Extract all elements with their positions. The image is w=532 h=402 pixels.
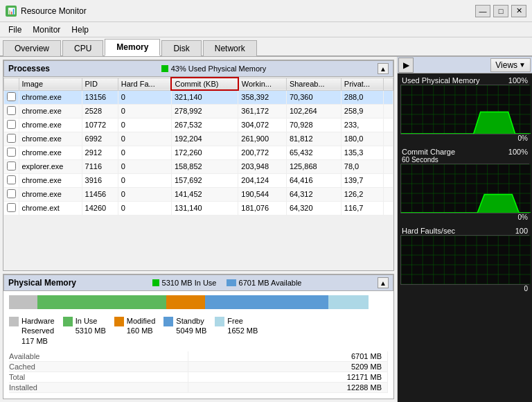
maximize-button[interactable]: □ [493, 5, 508, 17]
main-content: Processes 43% Used Physical Memory ▲ Ima… [0, 57, 532, 402]
cell-commit: 131,140 [171, 201, 238, 215]
cell-checkbox[interactable] [4, 146, 19, 159]
memory-available-label: 6701 MB Available [239, 279, 302, 287]
stat-total: Total 12171 MB [9, 372, 388, 383]
cell-image: chrome.exe [19, 104, 82, 118]
chart-used-physical-title: Used Physical Memory [402, 76, 479, 85]
cell-hardfault: 0 [118, 187, 171, 201]
bar-free [328, 295, 368, 309]
cell-shareable: 70,928 [286, 118, 341, 132]
processes-section: Processes 43% Used Physical Memory ▲ Ima… [3, 60, 394, 271]
table-row[interactable]: chrome.exe 3916 0 157,692 204,124 64,416… [4, 173, 393, 187]
memory-collapse-button[interactable]: ▲ [378, 277, 389, 288]
table-row[interactable]: chrome.exe 10772 0 267,532 304,072 70,92… [4, 118, 393, 132]
cell-hardfault: 0 [118, 104, 171, 118]
legend-label-modified: Modified160 MB [127, 316, 156, 336]
right-panel: ▶ Views ▼ Used Physical Memory 100% 0% [397, 57, 532, 402]
tab-disk[interactable]: Disk [161, 40, 201, 56]
cell-end [384, 118, 393, 132]
cell-private: 258,9 [341, 104, 383, 118]
chart-used-physical-pct: 100% [508, 76, 528, 85]
cell-image: explorer.exe [19, 159, 82, 173]
legend-swatch-standby [163, 317, 173, 326]
table-row[interactable]: chrome.ext 14260 0 131,140 181,076 64,32… [4, 201, 393, 215]
green-indicator [161, 65, 168, 72]
cell-hardfault: 0 [118, 159, 171, 173]
stat-total-label: Total [9, 372, 188, 383]
col-working[interactable]: Workin... [238, 78, 287, 90]
cell-checkbox[interactable] [4, 187, 19, 201]
cell-shareable: 64,320 [286, 201, 341, 215]
cell-working: 304,072 [238, 118, 287, 132]
legend-standby: Standby5049 MB [163, 316, 206, 346]
cell-checkbox[interactable] [4, 159, 19, 173]
menu-monitor[interactable]: Monitor [27, 24, 66, 36]
cell-working: 358,392 [238, 90, 287, 104]
cell-shareable: 81,812 [286, 132, 341, 146]
cell-pid: 3916 [82, 173, 118, 187]
chart-hardfaults-zero: 0 [400, 285, 529, 292]
minimize-button[interactable]: — [475, 5, 490, 17]
cell-image: chrome.exe [19, 146, 82, 159]
table-row[interactable]: explorer.exe 7116 0 158,852 203,948 125,… [4, 159, 393, 173]
tab-overview[interactable]: Overview [3, 40, 61, 56]
col-private[interactable]: Privat... [341, 78, 383, 90]
table-row[interactable]: chrome.exe 13156 0 321,140 358,392 70,36… [4, 90, 393, 104]
cell-hardfault: 0 [118, 173, 171, 187]
cell-checkbox[interactable] [4, 132, 19, 146]
tab-memory[interactable]: Memory [105, 39, 160, 56]
cell-checkbox[interactable] [4, 118, 19, 132]
cell-end [384, 146, 393, 159]
cell-shareable: 70,360 [286, 90, 341, 104]
cell-commit: 157,692 [171, 173, 238, 187]
cell-image: chrome.exe [19, 132, 82, 146]
menu-file[interactable]: File [3, 24, 27, 36]
table-row[interactable]: chrome.exe 2912 0 172,260 200,772 65,432… [4, 146, 393, 159]
table-row[interactable]: chrome.exe 2528 0 278,992 361,172 102,26… [4, 104, 393, 118]
cell-commit: 267,532 [171, 118, 238, 132]
table-row[interactable]: chrome.exe 6992 0 192,204 261,900 81,812… [4, 132, 393, 146]
cell-private: 233, [341, 118, 383, 132]
cell-private: 116,7 [341, 201, 383, 215]
legend-swatch-inuse [63, 317, 73, 326]
cell-pid: 13156 [82, 90, 118, 104]
chart-used-physical-zero: 0% [400, 134, 529, 142]
views-expand-button[interactable]: ▶ [398, 58, 414, 73]
cell-pid: 7116 [82, 159, 118, 173]
cell-commit: 278,992 [171, 104, 238, 118]
cell-checkbox[interactable] [4, 173, 19, 187]
col-commit[interactable]: Commit (KB) [171, 78, 238, 90]
memory-stats: Available 6701 MB Cached 5209 MB Total 1… [3, 349, 393, 399]
col-pid[interactable]: PID [82, 78, 118, 90]
col-image[interactable]: Image [19, 78, 82, 90]
views-dropdown-button[interactable]: Views ▼ [490, 58, 531, 72]
menu-help[interactable]: Help [66, 24, 94, 36]
memory-inuse-label: 5310 MB In Use [162, 279, 217, 287]
stat-installed: Installed 12288 MB [9, 383, 388, 393]
cell-working: 204,124 [238, 173, 287, 187]
stat-available-value: 6701 MB [188, 351, 387, 362]
cell-pid: 2912 [82, 146, 118, 159]
col-shareable[interactable]: Shareab... [286, 78, 341, 90]
tab-network[interactable]: Network [203, 40, 257, 56]
cell-checkbox[interactable] [4, 104, 19, 118]
cell-pid: 11456 [82, 187, 118, 201]
cell-private: 78,0 [341, 159, 383, 173]
stat-installed-value: 12288 MB [188, 383, 387, 393]
processes-status: 43% Used Physical Memory [171, 64, 267, 73]
cell-commit: 158,852 [171, 159, 238, 173]
cell-checkbox[interactable] [4, 90, 19, 104]
close-button[interactable]: ✕ [511, 5, 526, 17]
cell-hardfault: 0 [118, 90, 171, 104]
table-row[interactable]: chrome.exe 11456 0 141,452 190,544 64,31… [4, 187, 393, 201]
cell-working: 361,172 [238, 104, 287, 118]
cell-image: chrome.exe [19, 118, 82, 132]
tab-cpu[interactable]: CPU [62, 40, 103, 56]
chart-hardfaults: Hard Faults/sec 100 0 [400, 227, 529, 292]
processes-collapse-button[interactable]: ▲ [378, 63, 389, 74]
chart-hardfaults-title: Hard Faults/sec [402, 227, 455, 235]
cell-image: chrome.exe [19, 90, 82, 104]
col-hardfault[interactable]: Hard Fa... [118, 78, 171, 90]
bar-hardware-reserved [9, 295, 37, 309]
cell-checkbox[interactable] [4, 201, 19, 215]
